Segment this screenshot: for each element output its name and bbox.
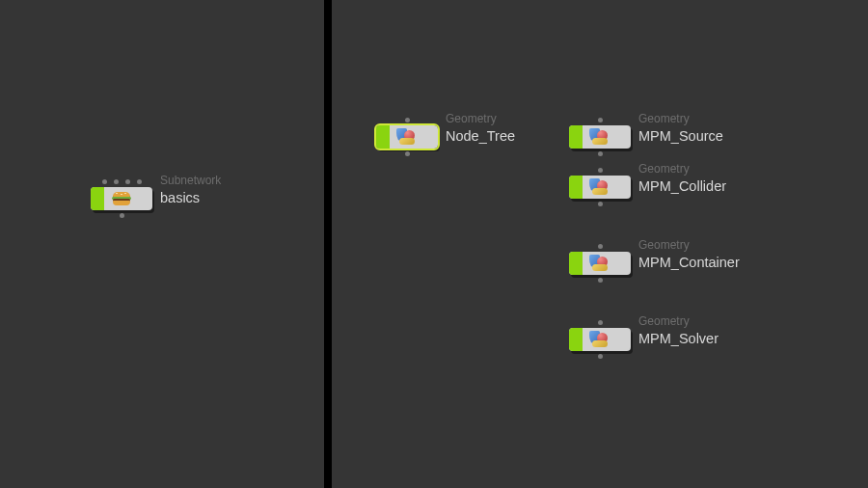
- node-inputs[interactable]: [569, 244, 631, 249]
- connector-dot[interactable]: [102, 179, 107, 184]
- connector-dot[interactable]: [598, 151, 603, 156]
- connector-dot[interactable]: [598, 168, 603, 173]
- display-flag[interactable]: [569, 176, 583, 199]
- network-panel-left[interactable]: Subnetworkbasics: [0, 0, 324, 488]
- node-type-label: Geometry: [638, 112, 690, 125]
- connector-dot[interactable]: [137, 179, 142, 184]
- node-body[interactable]: [376, 125, 438, 149]
- node-outputs[interactable]: [569, 354, 631, 359]
- node-outputs[interactable]: [569, 151, 631, 156]
- geometry-icon: [589, 254, 610, 273]
- node-body[interactable]: [569, 125, 631, 149]
- node-body[interactable]: [569, 252, 631, 275]
- panel-divider[interactable]: [324, 0, 332, 488]
- node-inputs[interactable]: [91, 179, 152, 184]
- network-panel-right[interactable]: GeometryNode_TreeGeometryMPM_SourceGeome…: [332, 0, 868, 488]
- node-type-label: Geometry: [638, 238, 690, 252]
- node-name-label: basics: [160, 190, 200, 205]
- node-name-label: MPM_Collider: [638, 178, 726, 194]
- node-basics[interactable]: Subnetworkbasics: [91, 187, 152, 210]
- connector-dot[interactable]: [405, 118, 410, 122]
- node-inputs[interactable]: [569, 118, 631, 122]
- display-flag[interactable]: [376, 125, 390, 149]
- node-inputs[interactable]: [569, 320, 631, 325]
- node-body[interactable]: [569, 328, 631, 351]
- node-node_tree[interactable]: GeometryNode_Tree: [376, 125, 438, 149]
- node-type-label: Geometry: [638, 162, 690, 176]
- geometry-icon: [589, 177, 610, 197]
- geometry-icon: [589, 330, 610, 349]
- connector-dot[interactable]: [405, 151, 410, 156]
- connector-dot[interactable]: [598, 202, 603, 206]
- node-mpm_collider[interactable]: GeometryMPM_Collider: [569, 176, 631, 199]
- node-mpm_container[interactable]: GeometryMPM_Container: [569, 252, 631, 275]
- node-outputs[interactable]: [376, 151, 438, 156]
- connector-dot[interactable]: [598, 278, 603, 283]
- connector-dot[interactable]: [598, 118, 603, 122]
- node-name-label: MPM_Container: [638, 255, 740, 270]
- node-type-label: Subnetwork: [160, 174, 221, 187]
- node-body[interactable]: [569, 176, 631, 199]
- display-flag[interactable]: [569, 328, 583, 351]
- node-type-label: Geometry: [446, 112, 497, 125]
- node-name-label: MPM_Solver: [638, 331, 719, 346]
- geometry-icon: [589, 127, 610, 147]
- subnetwork-icon: [113, 192, 130, 205]
- node-inputs[interactable]: [569, 168, 631, 173]
- connector-dot[interactable]: [598, 354, 603, 359]
- display-flag[interactable]: [569, 125, 583, 149]
- node-outputs[interactable]: [569, 278, 631, 283]
- connector-dot[interactable]: [125, 179, 130, 184]
- node-type-label: Geometry: [638, 314, 690, 328]
- node-outputs[interactable]: [569, 202, 631, 206]
- connector-dot[interactable]: [598, 244, 603, 249]
- connector-dot[interactable]: [120, 213, 124, 218]
- connector-dot[interactable]: [114, 179, 119, 184]
- node-mpm_source[interactable]: GeometryMPM_Source: [569, 125, 631, 149]
- node-name-label: Node_Tree: [446, 128, 515, 144]
- geometry-icon: [396, 127, 418, 147]
- display-flag[interactable]: [91, 187, 104, 210]
- node-inputs[interactable]: [376, 118, 438, 122]
- node-graph-viewport: Subnetworkbasics GeometryNode_TreeGeomet…: [0, 0, 868, 488]
- display-flag[interactable]: [569, 252, 583, 275]
- node-mpm_solver[interactable]: GeometryMPM_Solver: [569, 328, 631, 351]
- node-body[interactable]: [91, 187, 152, 210]
- connector-dot[interactable]: [598, 320, 603, 325]
- node-name-label: MPM_Source: [638, 128, 723, 144]
- node-outputs[interactable]: [91, 213, 152, 218]
